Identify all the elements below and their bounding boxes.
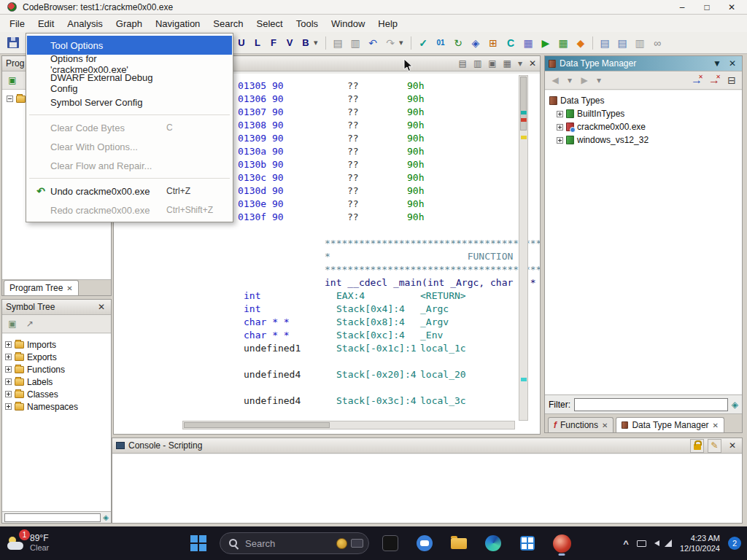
memory-icon[interactable]: ▥ — [631, 35, 649, 51]
menu-tools[interactable]: Tools — [290, 16, 325, 31]
menu-search[interactable]: Search — [206, 16, 249, 31]
scrollbar-thumb[interactable] — [520, 77, 527, 131]
report-icon[interactable]: ▤ — [596, 35, 614, 51]
mark-icon[interactable]: ⊞ — [484, 35, 502, 51]
collapse-icon[interactable] — [7, 96, 13, 102]
close-icon[interactable]: ✕ — [713, 421, 719, 429]
tab-functions[interactable]: f Functions ✕ — [548, 417, 614, 432]
filter-arrays-icon[interactable]: → ✕ — [690, 74, 703, 87]
chevron-down-icon[interactable]: ▾ — [566, 74, 573, 87]
chevron-down-icon[interactable]: ▾ — [399, 38, 408, 47]
bookmark-icon[interactable]: ◆ — [572, 35, 589, 51]
save-icon[interactable] — [4, 35, 22, 51]
letter-v-button[interactable]: V — [282, 35, 298, 51]
expand-icon[interactable] — [557, 124, 563, 131]
paste-icon[interactable]: ▥ — [347, 35, 364, 51]
scroll-lock-button[interactable] — [690, 439, 704, 453]
weather-widget[interactable]: 1 89°F Clear — [7, 534, 49, 553]
expand-icon[interactable] — [5, 341, 12, 348]
function-signature[interactable]: int __cdecl _main(int _Argc, char * * — [114, 276, 540, 289]
filter-input[interactable] — [574, 398, 728, 411]
notification-badge[interactable]: 2 — [728, 537, 741, 550]
dtm-item-windows-vs12[interactable]: windows_vs12_32 — [546, 133, 740, 147]
tree-view-icon[interactable]: ▣ — [6, 74, 19, 87]
expand-icon[interactable] — [5, 354, 12, 360]
clear-console-button[interactable]: ✎ — [708, 439, 721, 453]
variable-row[interactable]: undefined1Stack[-0x1c]:1local_1c — [114, 342, 540, 355]
chevron-down-icon[interactable]: ▼ — [711, 58, 723, 69]
back-arrow-icon[interactable]: ◀ — [549, 74, 562, 87]
cpp-icon[interactable]: C — [502, 35, 519, 51]
filter-input[interactable] — [4, 513, 101, 522]
variable-row[interactable]: undefined4Stack[-0x3c]:4local_3c — [114, 394, 540, 408]
expand-icon[interactable] — [557, 111, 563, 117]
menu-item-options-for-program[interactable]: Options for 'crackme0x00.exe' — [27, 55, 232, 74]
expand-icon[interactable] — [5, 403, 12, 410]
variable-row[interactable]: intStack[0x4]:4_Argc — [114, 303, 540, 316]
letter-f-button[interactable]: F — [266, 35, 282, 51]
binary-icon[interactable]: 01 — [432, 35, 449, 51]
menu-item-tool-options[interactable]: Tool Options — [27, 36, 232, 55]
scrollbar-thumb[interactable] — [184, 422, 330, 428]
snapshot-icon[interactable]: ▣ — [488, 58, 496, 69]
collapse-all-icon[interactable]: ⊟ — [725, 74, 738, 87]
calculator-icon[interactable]: ▦ — [554, 35, 572, 51]
link-icon[interactable]: ∞ — [649, 35, 666, 51]
vertical-scrollbar[interactable] — [519, 75, 528, 421]
taskbar-app-explorer[interactable] — [446, 530, 472, 556]
chevron-down-icon[interactable]: ▾ — [595, 74, 603, 87]
tab-data-type-manager[interactable]: Data Type Manager ✕ — [616, 417, 724, 432]
taskbar-app-store[interactable] — [514, 530, 541, 556]
symbol-tree-item-labels[interactable]: Labels — [2, 376, 111, 388]
menu-select[interactable]: Select — [250, 16, 290, 31]
menu-file[interactable]: File — [3, 16, 31, 31]
start-button[interactable] — [185, 530, 212, 556]
expand-icon[interactable] — [5, 378, 12, 385]
copy-icon[interactable]: ▤ — [459, 58, 467, 69]
symbol-tree-item-exports[interactable]: Exports — [2, 351, 111, 363]
copy-icon[interactable]: ▤ — [329, 35, 347, 51]
variable-row[interactable]: undefined4Stack[-0x20]:4local_20 — [114, 368, 540, 381]
expand-icon[interactable] — [557, 137, 563, 144]
close-icon[interactable]: ✕ — [602, 421, 608, 429]
close-icon[interactable]: ✕ — [727, 440, 738, 451]
tab-program-tree[interactable]: Program Tree ✕ — [4, 280, 79, 295]
clock[interactable]: 4:23 AM 12/10/2024 — [680, 533, 720, 553]
close-icon[interactable]: ✕ — [66, 284, 72, 292]
letter-l-button[interactable]: L — [249, 35, 266, 51]
taskbar-app-chat[interactable] — [411, 530, 438, 556]
console-output[interactable] — [112, 454, 742, 523]
paste-icon[interactable]: ▥ — [473, 58, 481, 69]
symbol-tree-item-functions[interactable]: Functions — [2, 363, 111, 376]
symbol-tree-item-imports[interactable]: Imports — [2, 338, 111, 351]
menu-navigation[interactable]: Navigation — [149, 16, 206, 31]
filter-options-icon[interactable]: ◈ — [103, 513, 109, 521]
refresh-icon[interactable]: ↻ — [449, 35, 467, 51]
table-icon[interactable]: ▦ — [519, 35, 537, 51]
variable-row[interactable]: char * *Stack[0xc]:4_Env — [114, 329, 540, 342]
run-script-icon[interactable]: ▶ — [537, 35, 554, 51]
letter-u-button[interactable]: U — [233, 35, 249, 51]
variable-row[interactable]: char * *Stack[0x8]:4_Argv — [114, 316, 540, 329]
menu-edit[interactable]: Edit — [31, 16, 61, 31]
expand-icon[interactable] — [5, 391, 12, 397]
menu-help[interactable]: Help — [371, 16, 404, 31]
redo-icon[interactable]: ↷ — [382, 35, 399, 51]
close-icon[interactable]: ✕ — [529, 58, 536, 69]
menu-window[interactable]: Window — [325, 16, 371, 31]
close-icon[interactable]: ✕ — [96, 302, 107, 312]
undo-icon[interactable]: ↶ — [364, 35, 382, 51]
minimize-button[interactable]: – — [670, 1, 694, 14]
menu-caret-icon[interactable]: ▾ — [518, 58, 522, 69]
menu-item-undo[interactable]: ↶ Undo crackme0x00.exe Ctrl+Z — [27, 182, 232, 201]
symbol-tree-item-classes[interactable]: Classes — [2, 388, 111, 400]
tray-chevron-icon[interactable]: ^ — [623, 538, 629, 549]
menu-item-dwarf-config[interactable]: DWARF External Debug Config — [27, 74, 232, 93]
filter-options-icon[interactable]: ◈ — [732, 400, 738, 410]
menu-graph[interactable]: Graph — [109, 16, 149, 31]
close-button[interactable]: ✕ — [719, 1, 744, 14]
dtm-item-crackme[interactable]: crackme0x00.exe — [546, 120, 740, 133]
tray-icons[interactable] — [637, 540, 672, 547]
taskbar-app-terminal[interactable] — [377, 530, 403, 556]
dtm-root-data-types[interactable]: Data Types — [546, 94, 740, 107]
